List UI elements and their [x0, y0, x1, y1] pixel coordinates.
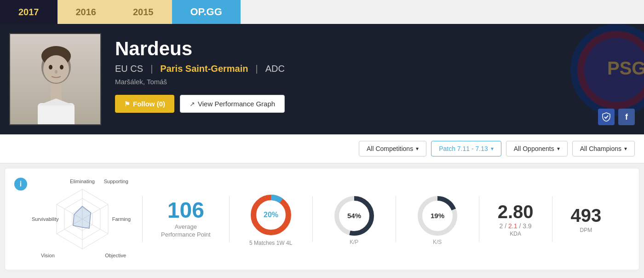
player-role: ADC [265, 64, 285, 74]
player-photo [9, 33, 101, 125]
facebook-icon[interactable]: f [618, 109, 635, 125]
player-region: EU CS [115, 64, 143, 74]
radar-label-eliminating: Eliminating [70, 179, 95, 184]
svg-rect-7 [38, 103, 75, 125]
svg-point-6 [55, 70, 58, 74]
kp-label: K/P [331, 239, 377, 245]
meta-divider2: | [256, 64, 258, 74]
avg-perf-block: 106 AveragePerformance Point [152, 199, 220, 239]
svg-text:54%: 54% [347, 212, 361, 220]
divider-2 [229, 196, 230, 242]
radar-label-survivability: Survivability [32, 216, 59, 222]
kda-deaths: 2.1 [508, 222, 517, 230]
info-icon[interactable]: i [14, 178, 27, 191]
divider-3 [312, 196, 313, 242]
dpm-number: 493 [571, 205, 602, 226]
winloss-block: 20% 5 Matches 1W 4L [239, 192, 303, 246]
svg-text:PSG: PSG [607, 58, 644, 78]
radar-chart: Eliminating Supporting Survivability Far… [32, 178, 133, 261]
follow-button[interactable]: Follow (0) [115, 95, 174, 113]
player-photo-svg [10, 34, 101, 125]
kda-breakdown: 2 / 2.1 / 3.9 [498, 222, 534, 230]
view-graph-button[interactable]: View Performance Graph [180, 95, 285, 113]
perf-label: AveragePerformance Point [161, 223, 211, 239]
svg-text:20%: 20% [264, 211, 278, 219]
radar-label-vision: Vision [41, 253, 55, 258]
dpm-label: DPM [571, 227, 602, 233]
action-buttons: Follow (0) View Performance Graph [115, 95, 616, 113]
patch-filter[interactable]: Patch 7.11 - 7.13 [431, 141, 501, 156]
competitions-filter[interactable]: All Competitions [359, 141, 426, 156]
radar-label-farming: Farming [112, 216, 131, 222]
divider-1 [142, 196, 143, 242]
player-name: Nardeus [115, 38, 616, 60]
player-meta: EU CS | Paris Saint-Germain | ADC [115, 64, 616, 74]
divider-4 [396, 196, 396, 242]
kda-block: 2.80 2 / 2.1 / 3.9 KDA [489, 202, 543, 237]
ks-label: K/S [414, 239, 460, 245]
social-icons: f [598, 109, 635, 125]
ks-block: 19% K/S [405, 193, 470, 245]
year-tabs: 2017 2016 2015 OP.GG [0, 0, 644, 24]
perf-number: 106 [161, 199, 211, 221]
stats-panel: i [5, 168, 639, 270]
divider-6 [552, 196, 552, 242]
divider-5 [479, 196, 479, 242]
svg-marker-19 [73, 206, 91, 228]
shield-social-icon[interactable] [598, 109, 615, 125]
svg-point-4 [49, 65, 52, 70]
kda-sep2: / [519, 222, 523, 230]
kda-sep1: / [505, 222, 508, 230]
shield-svg [602, 112, 610, 122]
dpm-block: 493 DPM [562, 205, 611, 233]
meta-divider1: | [150, 64, 153, 74]
kp-block: 54% K/P [322, 193, 386, 245]
svg-text:19%: 19% [431, 212, 444, 220]
player-team: Paris Saint-Germain [160, 64, 248, 74]
tab-2015[interactable]: 2015 [115, 0, 172, 24]
kp-donut: 54% [331, 193, 377, 239]
filters-row: All Competitions Patch 7.11 - 7.13 All O… [0, 134, 644, 163]
tab-2017[interactable]: 2017 [0, 0, 58, 24]
player-realname: Maršálek, Tomáš [115, 78, 616, 86]
tab-2016[interactable]: 2016 [58, 0, 115, 24]
kda-label: KDA [498, 231, 534, 237]
winloss-donut: 20% [248, 192, 294, 238]
champions-filter[interactable]: All Champions [572, 141, 635, 156]
svg-point-3 [43, 55, 69, 83]
matches-label: 5 Matches 1W 4L [248, 240, 294, 246]
radar-label-objective: Objective [105, 253, 126, 258]
kda-kills: 2 [500, 222, 503, 230]
kda-number: 2.80 [498, 202, 534, 222]
ks-donut: 19% [414, 193, 460, 239]
kda-assists: 3.9 [523, 222, 531, 230]
opponents-filter[interactable]: All Opponents [506, 141, 568, 156]
tab-opgg[interactable]: OP.GG [172, 0, 241, 24]
radar-label-supporting: Supporting [104, 179, 128, 184]
svg-point-5 [60, 65, 63, 70]
profile-header: Nardeus EU CS | Paris Saint-Germain | AD… [0, 24, 644, 134]
